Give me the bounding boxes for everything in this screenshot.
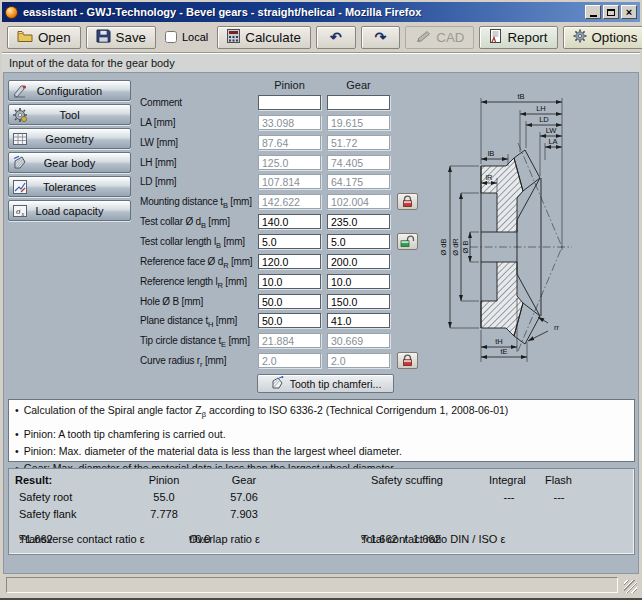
field-label: Comment xyxy=(140,97,182,111)
dim-label-tE: tE xyxy=(500,347,507,356)
pinion-column-header: Pinion xyxy=(258,79,321,91)
pinion-input[interactable] xyxy=(258,234,321,249)
safety-root-gear: 57.06 xyxy=(214,491,274,503)
undo-button[interactable]: ↶ xyxy=(316,26,356,49)
open-button[interactable]: Open xyxy=(7,26,81,49)
window-title: eassistant - GWJ-Technology - Bevel gear… xyxy=(23,6,583,18)
field-label: Mounting distance tB [mm] xyxy=(140,196,252,210)
options-button[interactable]: Options xyxy=(563,26,642,49)
dim-label-oB: Ø B xyxy=(461,241,470,254)
local-checkbox[interactable] xyxy=(165,31,177,43)
sidebar-item-geometry[interactable]: Geometry xyxy=(8,128,131,149)
lock-open-button[interactable] xyxy=(397,233,418,250)
field-label: LH [mm] xyxy=(140,157,176,171)
pinion-input xyxy=(258,115,321,130)
field-label: Plane distance tH [mm] xyxy=(140,315,237,329)
pinion-input[interactable] xyxy=(258,274,321,289)
calculator-icon xyxy=(227,29,240,46)
safety-root-label: Safety root xyxy=(19,491,72,503)
messages-panel: •Calculation of the Spiral angle factor … xyxy=(8,399,635,462)
save-button[interactable]: Save xyxy=(86,26,156,49)
sidebar-item-load-capacity[interactable]: σxLoad capacity xyxy=(8,200,131,221)
sidebar-item-label: Tolerances xyxy=(43,181,96,193)
gear-input xyxy=(327,135,390,150)
resize-grip[interactable] xyxy=(624,580,637,593)
options-icon xyxy=(573,29,587,46)
close-button[interactable]: × xyxy=(621,5,637,19)
toolbar: OpenSaveLocalCalculate↶↷CADReportOptions… xyxy=(2,22,640,53)
safety-flank-gear: 7.903 xyxy=(214,508,274,520)
pinion-input xyxy=(258,155,321,170)
gear-input xyxy=(327,155,390,170)
dim-label-rr: rr xyxy=(554,323,559,332)
report-button-label: Report xyxy=(507,30,547,45)
configuration-icon xyxy=(12,83,28,99)
open-button-label: Open xyxy=(38,30,71,45)
gear-input[interactable] xyxy=(327,294,390,309)
minimize-button[interactable] xyxy=(585,5,601,19)
gear-input[interactable] xyxy=(327,95,390,110)
gear-input[interactable] xyxy=(327,274,390,289)
minimize-icon xyxy=(590,15,597,17)
field-label: Curve radius rr [mm] xyxy=(140,355,226,369)
pinion-input xyxy=(258,174,321,189)
bullet: • xyxy=(15,404,19,421)
field-label: LA [mm] xyxy=(140,117,175,131)
redo-button[interactable]: ↷ xyxy=(361,26,401,49)
pinion-input xyxy=(258,353,321,368)
gear-body-icon xyxy=(12,155,28,171)
field-label: Reference face Ø dR [mm] xyxy=(140,256,252,270)
gear-input[interactable] xyxy=(327,214,390,229)
dim-label-odR: Ø dR xyxy=(451,238,460,256)
scuffing-flash-value: --- xyxy=(539,491,579,503)
dim-label-tB: tB xyxy=(517,92,524,101)
pinion-input[interactable] xyxy=(258,294,321,309)
gear-input[interactable] xyxy=(327,254,390,269)
lock-closed-button[interactable] xyxy=(397,352,418,369)
pinion-input xyxy=(258,194,321,209)
application-window: eassistant - GWJ-Technology - Bevel gear… xyxy=(0,0,642,600)
svg-text:σ: σ xyxy=(16,206,21,216)
content-area: ConfigurationToolGeometryGear bodyTolera… xyxy=(3,72,639,574)
lock-closed-button[interactable] xyxy=(397,193,418,210)
bullet: • xyxy=(15,428,19,445)
close-icon: × xyxy=(626,7,632,18)
section-header-text: Input of the data for the gear body xyxy=(9,57,175,69)
firefox-icon xyxy=(5,6,18,19)
safety-flank-label: Safety flank xyxy=(19,508,76,520)
report-button[interactable]: Report xyxy=(479,26,557,49)
pinion-input[interactable] xyxy=(258,214,321,229)
dim-label-LH: LH xyxy=(536,104,546,113)
gear-input xyxy=(327,194,390,209)
gear-input[interactable] xyxy=(327,234,390,249)
gear-input[interactable] xyxy=(327,313,390,328)
pinion-input[interactable] xyxy=(258,95,321,110)
gear-input xyxy=(327,333,390,348)
cad-icon xyxy=(415,29,431,45)
result-col-pinion: Pinion xyxy=(134,474,194,486)
dim-label-LD: LD xyxy=(539,115,549,124)
message-item: •Calculation of the Spiral angle factor … xyxy=(15,404,628,421)
statusbar xyxy=(2,574,640,597)
dim-label-LA: LA xyxy=(548,137,557,146)
safety-flank-pinion: 7.778 xyxy=(134,508,194,520)
options-button-label: Options xyxy=(592,30,638,45)
sidebar-item-label: Load capacity xyxy=(36,205,104,217)
result-col-integral: Integral xyxy=(489,474,526,486)
tolerances-icon xyxy=(12,179,28,195)
cad-button[interactable]: CAD xyxy=(405,26,474,49)
pinion-input[interactable] xyxy=(258,313,321,328)
maximize-button[interactable] xyxy=(603,5,619,19)
field-label: LW [mm] xyxy=(140,137,178,151)
sidebar-item-label: Gear body xyxy=(44,157,95,169)
sidebar-item-gear-body[interactable]: Gear body xyxy=(8,152,131,173)
local-checkbox-group: Local xyxy=(161,31,212,43)
calculate-button[interactable]: Calculate xyxy=(217,26,311,49)
result-title: Result: xyxy=(15,474,52,486)
pinion-input[interactable] xyxy=(258,254,321,269)
sidebar-item-tolerances[interactable]: Tolerances xyxy=(8,176,131,197)
tooth-tip-chamfer-icon xyxy=(270,376,285,392)
sidebar-item-tool[interactable]: Tool xyxy=(8,104,131,125)
sidebar-item-configuration[interactable]: Configuration xyxy=(8,80,131,101)
tooth-tip-chamfering-button[interactable]: Tooth tip chamferi... xyxy=(257,374,394,393)
